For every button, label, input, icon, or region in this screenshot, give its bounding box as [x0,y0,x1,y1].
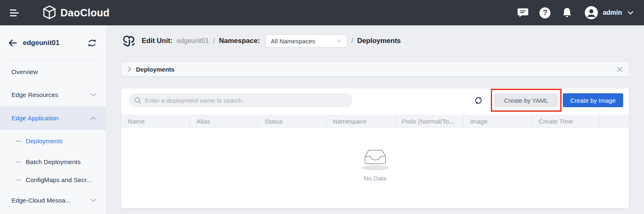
sub-item-dash [16,180,21,180]
empty-state: No Data [121,145,629,182]
search-input[interactable] [145,97,347,104]
hamburger-menu-icon[interactable] [10,9,20,16]
breadcrumb-separator: / [213,37,215,45]
sub-item-dash [16,141,21,142]
edit-unit-label: Edit Unit: [142,37,173,45]
help-icon[interactable]: ? [534,7,556,18]
namespace-select[interactable]: All Namespaces [265,34,347,47]
switch-unit-icon[interactable] [87,39,97,47]
chevron-down-icon [91,199,96,202]
column-header-create-time[interactable]: Create Time [532,115,599,128]
sidebar-item-label: Batch Deployments [26,158,80,166]
breadcrumb-separator: / [351,37,353,45]
page-header: Edit Unit: edgeunit01 / Namespace: All N… [121,33,629,49]
deployments-collapse-bar[interactable]: Deployments [121,62,629,76]
namespace-select-value: All Namespaces [271,38,337,45]
collapse-bar-title: Deployments [136,66,174,73]
chevron-down-icon[interactable] [628,11,633,15]
sidebar-item-label: Overview [11,68,38,76]
back-arrow-icon[interactable] [8,39,17,47]
main-content: Edit Unit: edgeunit01 / Namespace: All N… [106,25,644,214]
chat-icon[interactable] [512,8,534,18]
sidebar: edgeunit01 Overview Edge Resources [0,25,106,214]
close-icon[interactable] [617,67,622,72]
column-header-name[interactable]: Name [121,115,190,128]
table-header-row: Name Alias Status Namespace Pods (Normal… [121,115,629,128]
sidebar-item-label: Edge Application [11,115,58,122]
deployments-toolbar: Create by YAML Create by Image [121,88,629,112]
column-header-actions [599,115,629,128]
sidebar-item-label: Edge-Cloud Messa... [11,197,71,204]
daocloud-cube-icon [42,5,56,20]
no-data-inbox-icon [358,145,392,171]
notifications-bell-icon[interactable] [556,7,578,18]
chevron-down-icon [337,39,342,43]
top-navigation-bar: DaoCloud ? [0,0,644,25]
brand-name: DaoCloud [60,7,109,19]
column-header-namespace[interactable]: Namespace [326,115,395,128]
deployments-card: Create by YAML Create by Image Name Alia… [121,88,629,208]
column-header-alias[interactable]: Alias [190,115,258,128]
column-header-status[interactable]: Status [258,115,326,128]
user-menu[interactable]: admin [579,6,633,19]
chevron-up-icon [91,117,96,120]
app-window: DaoCloud ? [0,0,644,214]
brand-logo[interactable]: DaoCloud [42,5,109,20]
sidebar-item-batch-deployments[interactable]: Batch Deployments [0,153,106,171]
edge-unit-icon [121,33,137,49]
sidebar-item-edge-resources[interactable]: Edge Resources [0,83,106,106]
create-by-yaml-button[interactable]: Create by YAML [494,93,558,107]
edit-unit-value: edgeunit01 [177,37,209,45]
sidebar-header: edgeunit01 [0,25,106,61]
create-by-image-button[interactable]: Create by Image [563,93,623,107]
username-label: admin [603,9,622,16]
sidebar-item-label: ConfigMaps and Secr... [26,176,91,184]
sidebar-item-edge-cloud-message[interactable]: Edge-Cloud Messa... [0,189,106,212]
no-data-label: No Data [364,175,386,182]
topbar-actions: ? admin [512,6,633,19]
sidebar-item-label: Deployments [26,137,62,145]
page-title: Deployments [357,37,401,45]
search-box[interactable] [129,93,352,107]
sidebar-item-label: Edge Resources [11,91,58,99]
sidebar-item-edge-application[interactable]: Edge Application [0,106,106,130]
search-icon [134,97,141,104]
sidebar-item-deployments[interactable]: Deployments [0,130,106,153]
help-glyph: ? [543,9,547,17]
column-header-image[interactable]: Image [464,115,532,128]
column-header-pods[interactable]: Pods (Normal/To... [395,115,464,128]
edge-unit-name: edgeunit01 [23,39,87,47]
chevron-right-icon[interactable] [128,67,131,72]
refresh-icon[interactable] [474,96,483,105]
namespace-label: Namespace: [219,37,260,45]
annotation-highlight-box: Create by YAML [491,89,562,112]
sidebar-item-configmaps-and-secrets[interactable]: ConfigMaps and Secr... [0,171,106,189]
sidebar-item-overview[interactable]: Overview [0,61,106,83]
sub-item-dash [16,162,21,162]
avatar [585,6,598,19]
chevron-down-icon [91,93,96,97]
